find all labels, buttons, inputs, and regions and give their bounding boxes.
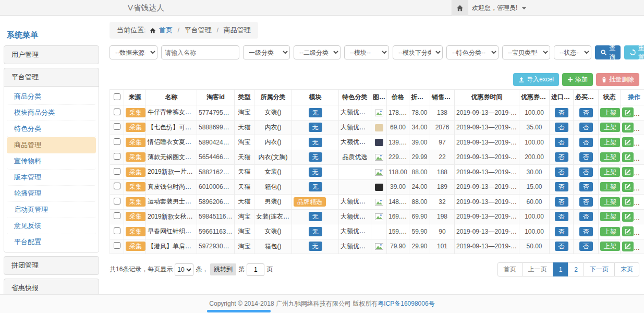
import-select-toggle[interactable]: 否 (555, 123, 568, 132)
edit-button[interactable] (622, 226, 634, 236)
must-buy-toggle[interactable]: 否 (579, 212, 593, 221)
edit-button[interactable] (622, 123, 634, 133)
filter-select-2[interactable]: 一级分类 (243, 45, 290, 59)
filter-select-7[interactable]: --宝贝类型-- (502, 45, 550, 59)
status-badge[interactable]: 上架 (600, 242, 620, 251)
sidebar-section-1[interactable]: 平台管理 (4, 68, 99, 86)
edit-button[interactable] (622, 167, 634, 177)
import-select-toggle[interactable]: 否 (555, 152, 568, 162)
filter-select-0[interactable]: --数据来源-- (110, 45, 157, 59)
module-none-badge[interactable]: 无 (309, 167, 322, 177)
must-buy-toggle[interactable]: 否 (579, 197, 593, 207)
must-buy-toggle[interactable]: 否 (579, 167, 593, 177)
select-all-checkbox[interactable] (114, 93, 120, 100)
import-select-toggle[interactable]: 否 (555, 138, 568, 147)
sidebar-section-2[interactable]: 拼团管理 (4, 257, 99, 274)
status-badge[interactable]: 上架 (600, 138, 620, 147)
module-none-badge[interactable]: 无 (309, 138, 322, 147)
module-none-badge[interactable]: 无 (309, 212, 322, 221)
must-buy-toggle[interactable]: 否 (579, 152, 593, 162)
sidebar-item[interactable]: 启动页管理 (7, 202, 96, 218)
edit-button[interactable] (622, 182, 634, 192)
page-button-1[interactable]: 1 (553, 262, 569, 276)
row-checkbox[interactable] (114, 242, 120, 249)
import-select-toggle[interactable]: 否 (555, 182, 568, 191)
sidebar-item[interactable]: 商品管理 (7, 137, 96, 153)
page-button-上一页[interactable]: 上一页 (522, 262, 553, 276)
status-badge[interactable]: 上架 (600, 227, 620, 236)
sidebar-item[interactable]: 特色分类 (7, 121, 96, 137)
must-buy-toggle[interactable]: 否 (579, 123, 593, 132)
jump-page-input[interactable] (247, 263, 264, 276)
row-checkbox[interactable] (114, 138, 120, 145)
row-checkbox[interactable] (114, 183, 120, 189)
row-checkbox[interactable] (114, 198, 120, 204)
row-checkbox[interactable] (114, 168, 120, 175)
sidebar-item[interactable]: 商品分类 (7, 89, 96, 105)
edit-button[interactable] (622, 137, 634, 147)
sidebar-item[interactable]: 模块商品分类 (7, 105, 96, 121)
sidebar-item[interactable]: 宣传物料 (7, 153, 96, 170)
sidebar-item[interactable]: 版本管理 (7, 170, 96, 186)
edit-button[interactable] (622, 212, 634, 222)
must-buy-toggle[interactable]: 否 (579, 182, 593, 191)
breadcrumb-home-link[interactable]: 首页 (159, 26, 173, 34)
edit-button[interactable] (622, 152, 634, 162)
icp-link[interactable]: 粤ICP备16098006号 (378, 300, 434, 307)
edit-button[interactable] (622, 242, 634, 251)
module-badge[interactable]: 品牌精选 (294, 197, 326, 207)
horizontal-scrollbar-thumb[interactable] (207, 310, 271, 312)
jump-button[interactable]: 跳转到 (210, 263, 236, 275)
import-select-toggle[interactable]: 否 (555, 167, 568, 177)
filter-select-3[interactable]: --二级分类-- (294, 45, 341, 59)
row-checkbox[interactable] (114, 123, 120, 130)
import-select-toggle[interactable]: 否 (555, 242, 568, 251)
page-button-2[interactable]: 2 (568, 262, 584, 276)
page-button-末页[interactable]: 末页 (614, 262, 639, 276)
import-excel-button[interactable]: 导入excel (513, 73, 559, 86)
status-badge[interactable]: 上架 (600, 123, 620, 132)
batch-delete-button[interactable]: 批量删除 (596, 73, 639, 86)
name-search-input[interactable] (161, 45, 239, 59)
sidebar-item[interactable]: 意见反馈 (7, 218, 96, 234)
status-badge[interactable]: 上架 (600, 108, 620, 117)
home-button[interactable] (452, 0, 468, 16)
edit-button[interactable] (622, 197, 634, 207)
per-page-select[interactable]: 10 (175, 263, 193, 276)
status-badge[interactable]: 上架 (600, 212, 620, 221)
row-checkbox[interactable] (114, 153, 120, 160)
user-dropdown[interactable]: 欢迎您，管理员! (472, 0, 526, 16)
filter-select-8[interactable]: --状态-- (554, 45, 591, 59)
reset-button[interactable]: 重置 (624, 45, 644, 59)
must-buy-toggle[interactable]: 否 (579, 108, 593, 117)
status-badge[interactable]: 上架 (600, 167, 620, 177)
filter-select-4[interactable]: --模块-- (344, 45, 389, 59)
status-badge[interactable]: 上架 (600, 182, 620, 191)
edit-button[interactable] (622, 107, 634, 117)
row-checkbox[interactable] (114, 109, 120, 115)
filter-select-5[interactable]: --模块下分类-- (393, 45, 443, 59)
row-checkbox[interactable] (114, 227, 120, 234)
sidebar-section-0[interactable]: 用户管理 (4, 46, 99, 64)
page-button-首页[interactable]: 首页 (497, 262, 523, 276)
status-badge[interactable]: 上架 (600, 197, 620, 207)
must-buy-toggle[interactable]: 否 (579, 227, 593, 236)
row-checkbox[interactable] (114, 212, 120, 219)
must-buy-toggle[interactable]: 否 (579, 138, 593, 147)
module-none-badge[interactable]: 无 (309, 152, 322, 162)
import-select-toggle[interactable]: 否 (555, 227, 568, 236)
module-none-badge[interactable]: 无 (309, 227, 322, 236)
import-select-toggle[interactable]: 否 (555, 212, 568, 221)
import-select-toggle[interactable]: 否 (555, 197, 568, 207)
search-button[interactable]: 查询 (595, 45, 621, 59)
import-select-toggle[interactable]: 否 (555, 108, 568, 117)
module-none-badge[interactable]: 无 (309, 108, 322, 117)
page-button-下一页[interactable]: 下一页 (584, 262, 615, 276)
status-badge[interactable]: 上架 (600, 152, 620, 162)
sidebar-item[interactable]: 轮播管理 (7, 186, 96, 202)
module-none-badge[interactable]: 无 (309, 242, 322, 251)
must-buy-toggle[interactable]: 否 (579, 242, 593, 251)
module-none-badge[interactable]: 无 (309, 123, 322, 132)
sidebar-item[interactable]: 平台配置 (7, 234, 96, 250)
filter-select-6[interactable]: --特色分类-- (446, 45, 499, 59)
